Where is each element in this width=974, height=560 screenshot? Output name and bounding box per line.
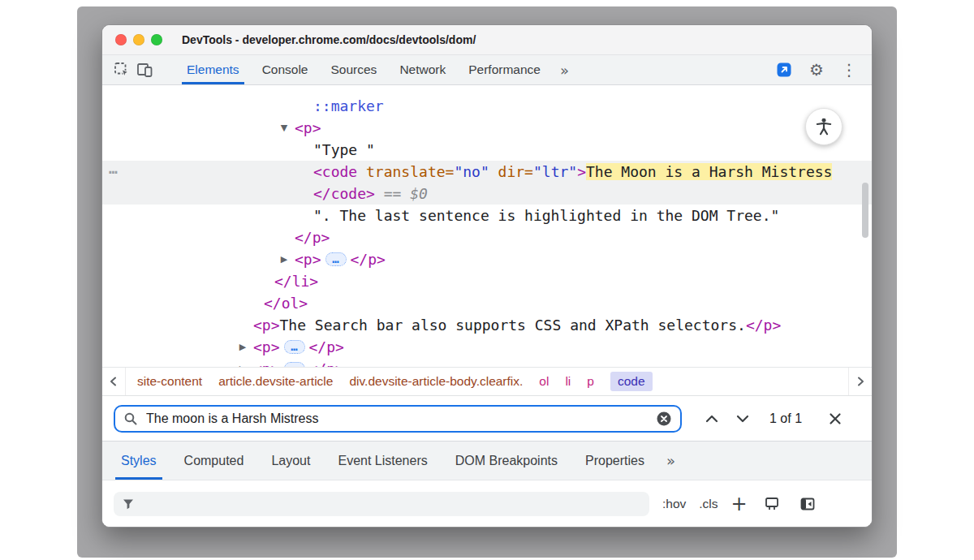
collapse-node-icon[interactable]: ▼ <box>277 117 291 139</box>
dom-tree-row[interactable]: </code> == $0 <box>102 183 872 205</box>
dom-token-tag: <code <box>313 163 357 180</box>
close-window-button[interactable] <box>115 34 127 45</box>
element-classes-button[interactable]: .cls <box>699 497 718 511</box>
window-title: DevTools - developer.chrome.com/docs/dev… <box>182 33 476 46</box>
sidebar-tabs: StylesComputedLayoutEvent ListenersDOM B… <box>102 441 872 480</box>
accessibility-button[interactable] <box>805 108 843 145</box>
inline-expand-button[interactable]: … <box>284 340 305 354</box>
dom-token-tag: > <box>577 163 586 180</box>
settings-gear-icon[interactable]: ⚙ <box>805 58 828 81</box>
tab-performance[interactable]: Performance <box>457 55 552 84</box>
tab-elements[interactable]: Elements <box>175 55 251 84</box>
sidebar-tabs-list: StylesComputedLayoutEvent ListenersDOM B… <box>107 442 658 480</box>
dom-token-tag: <p> <box>253 317 280 334</box>
toolbar-tabs: ElementsConsoleSourcesNetworkPerformance <box>175 55 552 84</box>
previous-result-icon[interactable] <box>700 407 724 431</box>
next-result-icon[interactable] <box>730 407 755 431</box>
dom-token-text: ". The last sentence is highlighted in t… <box>313 207 779 224</box>
kebab-menu-icon[interactable]: ⋮ <box>838 58 860 81</box>
zoom-window-button[interactable] <box>151 34 162 45</box>
more-panels-button[interactable]: » <box>552 62 577 79</box>
expand-node-icon[interactable]: ▶ <box>235 358 250 367</box>
dom-tree-row[interactable]: ⋯<code translate="no" dir="ltr">The Moon… <box>102 161 872 183</box>
search-bar: 1 of 1 <box>102 395 872 441</box>
toggle-sidebar-icon[interactable] <box>796 493 819 515</box>
dom-tree-row[interactable]: <p>The Search bar also supports CSS and … <box>102 314 872 336</box>
dom-tree-row[interactable]: </p> <box>102 226 872 248</box>
dom-token-tag: </p> <box>746 317 781 334</box>
sidebar-tab-dom-breakpoints[interactable]: DOM Breakpoints <box>442 442 571 480</box>
breadcrumb-scroll-left-icon[interactable] <box>102 368 126 395</box>
devtools-window: DevTools - developer.chrome.com/docs/dev… <box>101 24 873 528</box>
tab-network[interactable]: Network <box>388 55 457 84</box>
sidebar-tab-computed[interactable]: Computed <box>170 442 258 480</box>
breadcrumb-scroll-right-icon[interactable] <box>848 368 872 395</box>
toolbar-right-icons: ⚙ ⋮ <box>773 55 864 84</box>
row-overflow-menu-icon[interactable]: ⋯ <box>109 161 118 183</box>
search-input[interactable] <box>144 411 649 427</box>
dom-token-value: "no" <box>454 163 489 180</box>
dom-tree-row[interactable]: ▶<p>…</p> <box>102 358 872 367</box>
breadcrumb-item[interactable]: ol <box>539 374 549 389</box>
dom-token-tag: </code> <box>313 185 375 202</box>
dom-tree-row[interactable]: "Type " <box>102 139 872 161</box>
breadcrumb-bar: site-contentarticle.devsite-articlediv.d… <box>102 367 872 395</box>
dom-token-tag: <p> <box>253 360 280 367</box>
dom-tree: ::marker▼<p>"Type "⋯<code translate="no"… <box>102 85 872 367</box>
scrollbar-thumb[interactable] <box>862 183 868 238</box>
breadcrumb-item[interactable]: site-content <box>137 374 202 389</box>
expand-node-icon[interactable]: ▶ <box>277 248 291 270</box>
dom-token-tag: <p> <box>295 251 321 268</box>
clear-search-icon[interactable] <box>656 411 672 427</box>
dom-token-text: "Type " <box>313 141 375 158</box>
dom-token-tag: <p> <box>253 338 280 355</box>
toggle-element-state-button[interactable]: :hov <box>662 497 686 511</box>
inline-expand-button[interactable]: … <box>284 362 305 368</box>
sidebar-tab-layout[interactable]: Layout <box>257 442 324 480</box>
breadcrumb-item[interactable]: p <box>587 374 594 389</box>
person-icon <box>813 116 834 137</box>
breadcrumbs-list: site-contentarticle.devsite-articlediv.d… <box>126 368 664 395</box>
sidebar-tab-properties[interactable]: Properties <box>571 442 658 480</box>
dom-tree-row[interactable]: ". The last sentence is highlighted in t… <box>102 205 872 226</box>
dom-tree-row[interactable]: ▼<p> <box>102 117 872 139</box>
inspect-element-icon[interactable] <box>110 58 133 81</box>
dom-token-tag: </p> <box>309 338 344 355</box>
dom-token-pseudo: ::marker <box>313 97 384 114</box>
sidebar-tab-event-listeners[interactable]: Event Listeners <box>324 442 441 480</box>
dom-token-tag: </p> <box>309 360 344 367</box>
dom-token-tag: </ol> <box>264 295 308 312</box>
search-icon <box>123 411 138 426</box>
dom-token-value: "ltr" <box>533 163 577 180</box>
tab-console[interactable]: Console <box>251 55 320 84</box>
styles-filter-box <box>114 492 649 516</box>
dom-tree-row[interactable]: </ol> <box>102 292 872 314</box>
expand-node-icon[interactable]: ▶ <box>235 336 250 358</box>
breadcrumb-item[interactable]: article.devsite-article <box>218 374 333 389</box>
inline-expand-button[interactable]: … <box>325 252 347 266</box>
breadcrumb-item[interactable]: div.devsite-article-body.clearfix. <box>349 374 523 389</box>
dom-token-tag: </li> <box>274 273 318 290</box>
new-style-rule-button[interactable]: + <box>731 494 748 514</box>
search-box <box>114 405 682 433</box>
dom-tree-row[interactable]: ::marker <box>102 95 872 117</box>
dom-tree-row[interactable]: </li> <box>102 270 872 292</box>
dom-token-hl: The Moon is a Harsh Mistress <box>586 163 832 180</box>
dom-token-tag: <p> <box>295 119 321 136</box>
rendering-emulation-icon[interactable] <box>761 493 783 515</box>
popout-icon[interactable] <box>773 58 795 81</box>
dom-tree-row[interactable]: ▶<p>…</p> <box>102 336 872 358</box>
dom-token-tag: </p> <box>295 229 330 246</box>
breadcrumb-item[interactable]: li <box>565 374 571 389</box>
sidebar-more-tabs-button[interactable]: » <box>658 452 683 469</box>
styles-filter-input[interactable] <box>141 497 641 511</box>
filter-funnel-icon <box>122 498 135 510</box>
close-search-icon[interactable] <box>823 407 847 431</box>
dom-tree-row[interactable]: ▶<p>…</p> <box>102 248 872 270</box>
minimize-window-button[interactable] <box>133 34 144 45</box>
breadcrumb-item[interactable]: code <box>610 372 653 391</box>
sidebar-tab-styles[interactable]: Styles <box>107 442 170 480</box>
device-toolbar-icon[interactable] <box>133 58 156 81</box>
dom-token-dim: == <box>375 185 410 202</box>
tab-sources[interactable]: Sources <box>320 55 389 84</box>
